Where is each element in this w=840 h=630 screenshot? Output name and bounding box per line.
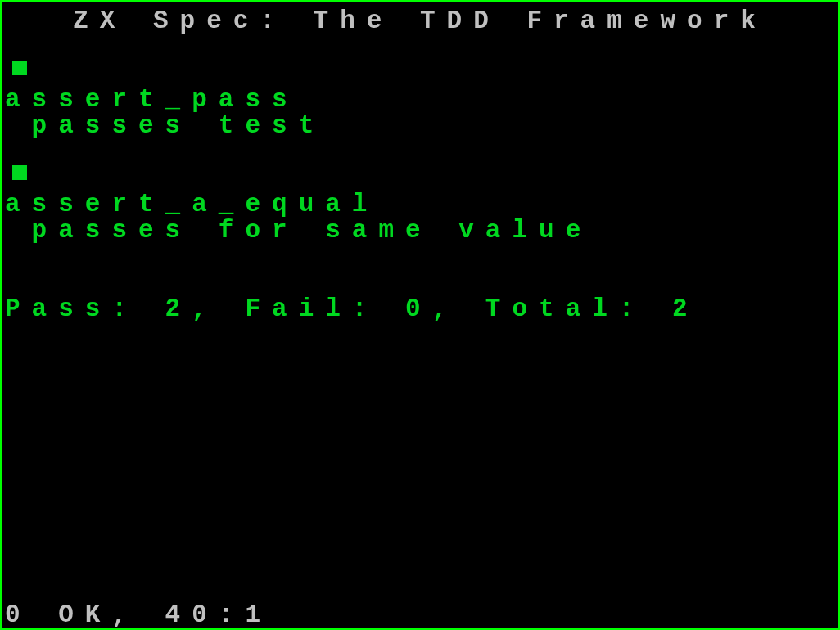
pass-dot-icon bbox=[12, 61, 27, 75]
test-desc: passes for same value bbox=[5, 218, 835, 244]
blank-line bbox=[5, 34, 835, 61]
test-name: assert_pass bbox=[5, 87, 835, 113]
pass-dot-icon bbox=[12, 165, 27, 180]
summary-line: Pass: 2, Fail: 0, Total: 2 bbox=[5, 296, 835, 322]
page-title: ZX Spec: The TDD Framework bbox=[5, 8, 835, 34]
test-desc: passes test bbox=[5, 113, 835, 139]
status-line: 0 OK, 40:1 bbox=[5, 602, 272, 628]
test-marker bbox=[5, 165, 835, 191]
zx-spectrum-screen: ZX Spec: The TDD Framework assert_pass p… bbox=[2, 2, 838, 628]
blank-line bbox=[5, 139, 835, 165]
test-name: assert_a_equal bbox=[5, 191, 835, 218]
blank-line bbox=[5, 270, 835, 296]
blank-line bbox=[5, 244, 835, 270]
test-marker bbox=[5, 61, 835, 87]
